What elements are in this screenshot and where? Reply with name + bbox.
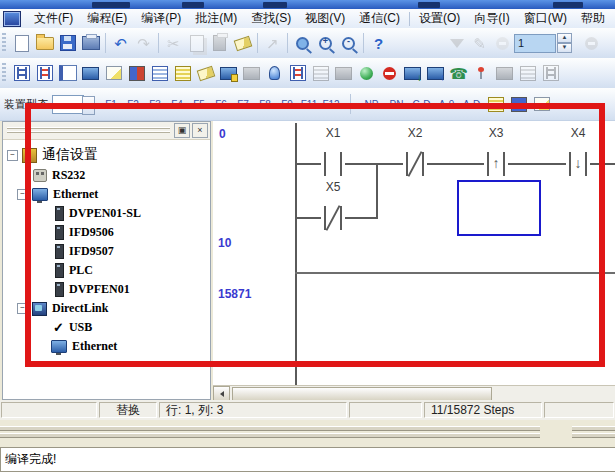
- print-button[interactable]: [79, 32, 102, 55]
- tree-item-rs232[interactable]: RS232: [3, 166, 210, 185]
- contact-x2[interactable]: X2: [403, 152, 427, 176]
- device-compare-button[interactable]: [125, 62, 148, 85]
- monitor-stop-button[interactable]: [240, 62, 263, 85]
- panel-close-button[interactable]: ×: [192, 123, 208, 138]
- contact-x3[interactable]: X3 ↑: [484, 152, 508, 176]
- code-check-button[interactable]: [470, 62, 493, 85]
- window-titlebar[interactable]: [0, 0, 615, 9]
- scrollbar-thumb[interactable]: [232, 387, 492, 401]
- download-program-button[interactable]: [401, 62, 424, 85]
- menu-program[interactable]: 编程(E): [80, 9, 134, 28]
- mode-np-button[interactable]: NP: [359, 99, 384, 110]
- mode-cd-button[interactable]: C-D: [409, 99, 434, 110]
- horizontal-scrollbar[interactable]: [213, 385, 615, 401]
- window-splitter[interactable]: [0, 420, 615, 447]
- fkey-f9-button[interactable]: F9: [276, 99, 298, 110]
- scale-spinner[interactable]: ▲▼: [557, 33, 572, 53]
- fkey-f6-button[interactable]: F6: [210, 99, 232, 110]
- redo-button[interactable]: ↷: [132, 32, 155, 55]
- panel-drag-handle[interactable]: [7, 127, 170, 135]
- menu-file[interactable]: 文件(F): [27, 9, 80, 28]
- stop-plc-button[interactable]: [378, 62, 401, 85]
- ladder-monitor-button[interactable]: [33, 62, 56, 85]
- toolbar-grip[interactable]: [2, 63, 6, 83]
- spinner-down-icon[interactable]: ▼: [557, 43, 572, 53]
- toolbar-grip[interactable]: [2, 33, 6, 53]
- comment-edit-button[interactable]: [102, 62, 125, 85]
- cut-button[interactable]: ✂: [162, 32, 185, 55]
- ladder-editor[interactable]: 0 10 15871 X1 X2 X3 ↑ X4 ↓ X5: [213, 121, 615, 400]
- dual-comment-button[interactable]: [507, 93, 530, 116]
- menu-options[interactable]: 设置(O): [412, 9, 467, 28]
- fkey-f11-button[interactable]: F11: [298, 99, 320, 110]
- upload-program-button[interactable]: [424, 62, 447, 85]
- mode-pn-button[interactable]: PN: [384, 99, 409, 110]
- filter-button[interactable]: [445, 32, 468, 55]
- device-table-button[interactable]: [171, 62, 194, 85]
- spinner-up-icon[interactable]: ▲: [557, 33, 572, 43]
- tree-item-usb[interactable]: ✓ USB: [3, 318, 210, 337]
- copy-button[interactable]: [185, 32, 208, 55]
- mode-a9-button[interactable]: A-9: [434, 99, 459, 110]
- mode-ad-button[interactable]: A-D: [459, 99, 484, 110]
- zoom-out-button[interactable]: -: [337, 32, 360, 55]
- panel-pin-button[interactable]: ▣: [174, 123, 190, 138]
- jump-edit-button[interactable]: ↗: [261, 32, 284, 55]
- menu-view[interactable]: 视图(V): [298, 9, 352, 28]
- collapse-icon[interactable]: −: [17, 189, 28, 200]
- grid-off-button[interactable]: [309, 62, 332, 85]
- collapse-icon[interactable]: −: [17, 303, 28, 314]
- scale-input[interactable]: [514, 34, 556, 53]
- save-button[interactable]: [56, 32, 79, 55]
- chevron-down-icon[interactable]: ▼: [82, 96, 95, 115]
- tree-item-directlink[interactable]: − DirectLink: [3, 299, 210, 318]
- screen-off-button[interactable]: [332, 62, 355, 85]
- menu-window[interactable]: 窗口(W): [517, 9, 574, 28]
- menu-search[interactable]: 查找(S): [244, 9, 298, 28]
- tree-item-dvpen01-sl[interactable]: DVPEN01-SL: [3, 204, 210, 223]
- trace-button[interactable]: ✎: [468, 32, 491, 55]
- fkey-f4-button[interactable]: F4: [166, 99, 188, 110]
- contact-x5[interactable]: X5: [321, 206, 345, 230]
- extra-button-1[interactable]: [493, 62, 516, 85]
- extra-button-2[interactable]: [516, 62, 539, 85]
- erase-button[interactable]: [231, 32, 254, 55]
- tree-item-ifd9506[interactable]: IFD9506: [3, 223, 210, 242]
- contact-x1[interactable]: X1: [321, 152, 345, 176]
- new-file-button[interactable]: [10, 32, 33, 55]
- undo-button[interactable]: ↶: [109, 32, 132, 55]
- edit-cursor-cell[interactable]: [457, 180, 541, 236]
- menu-help[interactable]: 帮助: [574, 9, 612, 28]
- menu-comment[interactable]: 批注(M): [188, 9, 244, 28]
- fkey-f5-button[interactable]: F5: [188, 99, 210, 110]
- fkey-f12-button[interactable]: F12: [320, 99, 342, 110]
- fkey-f3-button[interactable]: F3: [144, 99, 166, 110]
- online-edit-button[interactable]: [286, 62, 309, 85]
- collapse-icon[interactable]: −: [7, 150, 18, 161]
- block-edit-button[interactable]: [530, 93, 553, 116]
- zoom-in-button[interactable]: +: [314, 32, 337, 55]
- extra-button-3[interactable]: [539, 62, 562, 85]
- tree-item-ifd9507[interactable]: IFD9507: [3, 242, 210, 261]
- tree-item-plc[interactable]: PLC: [3, 261, 210, 280]
- ladder-view-button[interactable]: [10, 62, 33, 85]
- force-device-button[interactable]: [263, 62, 286, 85]
- fkey-f1-button[interactable]: F1: [100, 99, 122, 110]
- contact-x4[interactable]: X4 ↓: [566, 152, 590, 176]
- fkey-f7-button[interactable]: F7: [232, 99, 254, 110]
- tree-item-comm-settings[interactable]: − 通信设置: [3, 144, 210, 166]
- api-wizard-button[interactable]: [484, 93, 507, 116]
- device-type-combobox[interactable]: ▼: [52, 95, 84, 114]
- register-table-button[interactable]: [148, 62, 171, 85]
- menu-communication[interactable]: 通信(C): [352, 9, 407, 28]
- sfc-view-button[interactable]: [79, 62, 102, 85]
- menu-compile[interactable]: 编译(P): [134, 9, 188, 28]
- remove-step-button[interactable]: [580, 32, 603, 55]
- clear-button[interactable]: [194, 62, 217, 85]
- fkey-f2-button[interactable]: F2: [122, 99, 144, 110]
- instruction-view-button[interactable]: [56, 62, 79, 85]
- tree-item-dvpfen01[interactable]: DVPFEN01: [3, 280, 210, 299]
- help-button[interactable]: ?: [367, 32, 390, 55]
- menu-wizard[interactable]: 向导(I): [467, 9, 516, 28]
- tree-item-ethernet[interactable]: − Ethernet: [3, 185, 210, 204]
